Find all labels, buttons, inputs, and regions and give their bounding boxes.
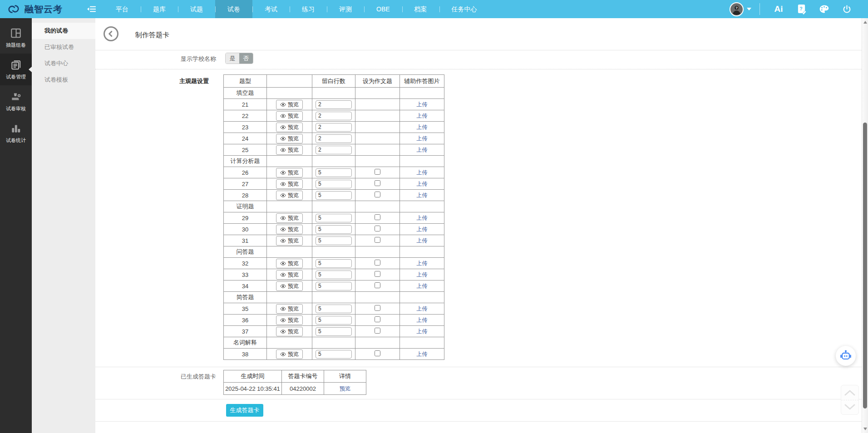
essay-checkbox[interactable] (375, 180, 380, 186)
blank-lines-input[interactable] (316, 123, 352, 132)
upload-link[interactable]: 上传 (417, 192, 428, 198)
blank-lines-input[interactable] (316, 282, 352, 290)
preview-button[interactable]: 预览 (276, 304, 303, 314)
nav-item-task-center[interactable]: 任务中心 (439, 0, 489, 18)
blank-lines-input[interactable] (316, 350, 352, 359)
generate-answer-card-button[interactable]: 生成答题卡 (226, 404, 263, 417)
blank-lines-input[interactable] (316, 168, 352, 177)
nav-item-practice[interactable]: 练习 (290, 0, 327, 18)
toggle-no-button[interactable]: 否 (239, 53, 253, 64)
preview-button[interactable]: 预览 (276, 179, 303, 189)
essay-checkbox[interactable] (375, 305, 380, 311)
essay-checkbox[interactable] (375, 214, 380, 220)
nav-item-question-bank[interactable]: 题库 (141, 0, 178, 18)
essay-checkbox[interactable] (375, 192, 380, 197)
essay-checkbox[interactable] (375, 350, 380, 356)
preview-button[interactable]: 预览 (276, 145, 303, 155)
preview-button[interactable]: 预览 (276, 236, 303, 246)
upload-link[interactable]: 上传 (417, 260, 428, 266)
upload-link[interactable]: 上传 (417, 169, 428, 176)
scrollbar-up-arrow[interactable] (862, 19, 868, 25)
power-icon[interactable] (841, 4, 852, 15)
preview-button[interactable]: 预览 (276, 259, 303, 268)
submenu-item-paper-center[interactable]: 试卷中心 (32, 55, 95, 72)
nav-item-obe[interactable]: OBE (364, 0, 402, 18)
blank-lines-input[interactable] (316, 327, 352, 336)
preview-card-link[interactable]: 预览 (340, 385, 350, 392)
back-button[interactable] (104, 26, 118, 41)
blank-lines-input[interactable] (316, 225, 352, 234)
nav-item-archives[interactable]: 档案 (402, 0, 439, 18)
upload-link[interactable]: 上传 (417, 271, 428, 278)
upload-link[interactable]: 上传 (417, 147, 428, 153)
preview-button[interactable]: 预览 (276, 213, 303, 223)
submenu-item-reviewed-papers[interactable]: 已审核试卷 (32, 39, 95, 55)
essay-checkbox[interactable] (375, 226, 380, 231)
nav-item-platform[interactable]: 平台 (104, 0, 141, 18)
upload-link[interactable]: 上传 (417, 351, 428, 357)
scroll-up-button[interactable] (841, 385, 858, 400)
nav-item-evaluation[interactable]: 评测 (327, 0, 364, 18)
upload-link[interactable]: 上传 (417, 124, 428, 130)
preview-button[interactable]: 预览 (276, 100, 303, 109)
essay-checkbox[interactable] (375, 260, 380, 266)
collapse-menu-icon[interactable] (86, 4, 96, 14)
upload-link[interactable]: 上传 (417, 305, 428, 312)
blank-lines-input[interactable] (316, 305, 352, 313)
scrollbar-thumb[interactable] (863, 123, 867, 408)
avatar[interactable]: ? (730, 2, 744, 16)
submenu-item-paper-templates[interactable]: 试卷模板 (32, 72, 95, 88)
upload-link[interactable]: 上传 (417, 135, 428, 142)
help-doc-icon[interactable]: ? (796, 4, 807, 15)
essay-checkbox[interactable] (375, 328, 380, 334)
submenu-item-my-papers[interactable]: 我的试卷 (32, 23, 95, 39)
essay-checkbox[interactable] (375, 169, 380, 175)
preview-button[interactable]: 预览 (276, 315, 303, 325)
blank-lines-input[interactable] (316, 236, 352, 245)
upload-link[interactable]: 上传 (417, 101, 428, 108)
toggle-yes-button[interactable]: 是 (226, 53, 239, 64)
essay-checkbox[interactable] (375, 282, 380, 288)
blank-lines-input[interactable] (316, 214, 352, 222)
blank-lines-input[interactable] (316, 134, 352, 143)
preview-button[interactable]: 预览 (276, 111, 303, 121)
nav-item-exams[interactable]: 考试 (252, 0, 290, 18)
blank-lines-input[interactable] (316, 271, 352, 279)
blank-lines-input[interactable] (316, 146, 352, 154)
upload-link[interactable]: 上传 (417, 317, 428, 323)
ai-assistant-icon[interactable]: Ai (773, 4, 784, 15)
user-menu[interactable]: ? (730, 2, 751, 16)
essay-checkbox[interactable] (375, 316, 380, 322)
blank-lines-input[interactable] (316, 100, 352, 109)
sidebar-item-draw-questions[interactable]: 抽题组卷 (0, 22, 32, 54)
essay-checkbox[interactable] (375, 237, 380, 243)
preview-button[interactable]: 预览 (276, 168, 303, 177)
nav-item-questions[interactable]: 试题 (178, 0, 215, 18)
upload-link[interactable]: 上传 (417, 283, 428, 289)
blank-lines-input[interactable] (316, 112, 352, 120)
blank-lines-input[interactable] (316, 316, 352, 325)
upload-link[interactable]: 上传 (417, 237, 428, 244)
blank-lines-input[interactable] (316, 180, 352, 188)
upload-link[interactable]: 上传 (417, 181, 428, 187)
nav-item-papers[interactable]: 试卷 (215, 0, 252, 18)
preview-button[interactable]: 预览 (276, 134, 303, 143)
upload-link[interactable]: 上传 (417, 328, 428, 335)
blank-lines-input[interactable] (316, 259, 352, 268)
preview-button[interactable]: 预览 (276, 191, 303, 200)
preview-button[interactable]: 预览 (276, 327, 303, 336)
blank-lines-input[interactable] (316, 191, 352, 200)
upload-link[interactable]: 上传 (417, 113, 428, 119)
preview-button[interactable]: 预览 (276, 225, 303, 234)
sidebar-item-paper-management[interactable]: 试卷管理 (0, 54, 32, 85)
theme-palette-icon[interactable] (819, 4, 829, 15)
ai-robot-button[interactable] (836, 346, 856, 366)
preview-button[interactable]: 预览 (276, 123, 303, 132)
sidebar-item-paper-review[interactable]: 试卷审核 (0, 85, 32, 117)
preview-button[interactable]: 预览 (276, 270, 303, 280)
sidebar-item-paper-statistics[interactable]: 试卷统计 (0, 117, 32, 149)
upload-link[interactable]: 上传 (417, 215, 428, 221)
scroll-down-button[interactable] (841, 400, 858, 415)
preview-button[interactable]: 预览 (276, 281, 303, 291)
essay-checkbox[interactable] (375, 271, 380, 277)
